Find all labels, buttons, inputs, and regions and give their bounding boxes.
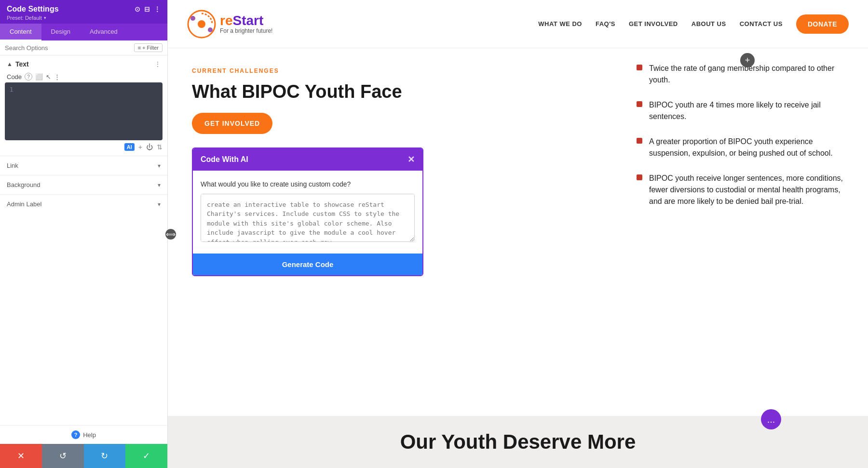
background-section-header[interactable]: Background ▾ <box>0 175 167 194</box>
code-editor[interactable]: 1 <box>5 82 163 140</box>
nav-link-contact-us[interactable]: CONTACT US <box>740 20 783 27</box>
panel-header: Code Settings ⊙ ⊟ ⋮ Preset: Default ▾ <box>0 0 167 24</box>
cancel-button[interactable]: ✕ <box>0 444 42 468</box>
challenges-label: CURRENT CHALLENGES <box>192 67 603 74</box>
stat-bullet-2 <box>637 138 642 144</box>
stat-text-1: BIPOC youth are 4 times more likely to r… <box>649 99 849 122</box>
content-right: + Twice the rate of gang membership comp… <box>627 48 868 416</box>
svg-point-3 <box>208 27 213 32</box>
ai-modal-title: Code With AI <box>201 155 248 164</box>
panel-title-icons: ⊙ ⊟ ⋮ <box>135 5 161 13</box>
filter-button[interactable]: ≡ + Filter <box>134 43 163 52</box>
admin-chevron-icon: ▾ <box>158 201 161 208</box>
section-header-left: ▲ Text <box>7 60 29 68</box>
nav-link-get-involved[interactable]: GET INVOLVED <box>629 20 678 27</box>
resize-handle[interactable]: ⟺ <box>165 229 176 240</box>
link-section: Link ▾ <box>0 156 167 175</box>
nav-link-about-us[interactable]: ABOUT US <box>692 20 726 27</box>
stat-bullet-1 <box>637 101 642 107</box>
settings-icon[interactable]: ⊙ <box>135 5 140 13</box>
nav-links: WHAT WE DO FAQ'S GET INVOLVED ABOUT US C… <box>538 14 849 34</box>
add-circle-button[interactable]: + <box>740 53 755 67</box>
svg-point-2 <box>190 16 195 21</box>
tab-design[interactable]: Design <box>41 24 80 40</box>
admin-label-section-title: Admin Label <box>7 201 41 208</box>
panel-title: Code Settings ⊙ ⊟ ⋮ <box>7 5 161 13</box>
link-section-header[interactable]: Link ▾ <box>0 156 167 175</box>
filter-icon: ≡ <box>138 45 141 51</box>
search-input[interactable] <box>5 44 134 52</box>
generate-code-button[interactable]: Generate Code <box>193 254 422 275</box>
tab-content[interactable]: Content <box>0 24 41 40</box>
stat-item-3: BIPOC youth receive longer sentences, mo… <box>637 173 849 207</box>
chevron-up-icon: ▲ <box>7 61 13 67</box>
code-copy-icon[interactable]: ⬜ <box>35 73 43 80</box>
more-icon[interactable]: ⋮ <box>154 5 161 13</box>
stat-bullet-0 <box>637 65 642 70</box>
stat-item-1: BIPOC youth are 4 times more likely to r… <box>637 99 849 122</box>
panel-title-text: Code Settings <box>7 5 59 13</box>
get-involved-button[interactable]: GET INVOLVED <box>192 113 272 134</box>
right-panel: reStart For a brighter future! WHAT WE D… <box>168 0 868 468</box>
ai-modal: Code With AI ✕ What would you like to cr… <box>192 147 423 276</box>
redo-button[interactable]: ↻ <box>84 444 126 468</box>
link-chevron-icon: ▾ <box>158 162 161 169</box>
code-area-wrapper: Code ? ⬜ ↖ ⋮ 1 AI + ⏻ ⇅ <box>5 71 163 151</box>
bottom-buttons: ✕ ↺ ↻ ✓ <box>0 444 167 468</box>
ai-badge[interactable]: AI <box>124 143 135 151</box>
code-editor-toolbar: AI + ⏻ ⇅ <box>5 143 163 151</box>
code-cursor-icon[interactable]: ↖ <box>46 73 51 80</box>
nav-link-faqs[interactable]: FAQ'S <box>596 20 615 27</box>
ai-modal-close-button[interactable]: ✕ <box>407 154 415 165</box>
add-icon[interactable]: + <box>138 143 142 151</box>
stat-bullet-3 <box>637 174 642 180</box>
arrows-icon[interactable]: ⇅ <box>157 143 163 151</box>
nav-link-what-we-do[interactable]: WHAT WE DO <box>538 20 582 27</box>
nav-logo: reStart For a brighter future! <box>187 10 272 39</box>
save-button[interactable]: ✓ <box>125 444 167 468</box>
background-section: Background ▾ <box>0 175 167 194</box>
section-more-icon[interactable]: ⋮ <box>155 61 161 67</box>
logo-re: re <box>220 13 232 28</box>
ai-modal-textarea[interactable] <box>201 194 415 242</box>
undo-button[interactable]: ↺ <box>42 444 84 468</box>
columns-icon[interactable]: ⊟ <box>144 5 150 13</box>
content-left: CURRENT CHALLENGES What BIPOC Youth Face… <box>168 48 627 416</box>
tab-advanced[interactable]: Advanced <box>80 24 127 40</box>
logo-start: Start <box>232 13 263 28</box>
text-section-title: Text <box>15 60 29 68</box>
site-content: CURRENT CHALLENGES What BIPOC Youth Face… <box>168 48 868 416</box>
help-icon[interactable]: ? <box>71 430 80 439</box>
svg-point-1 <box>198 20 205 28</box>
donate-button[interactable]: DONATE <box>796 14 849 34</box>
admin-label-section-header[interactable]: Admin Label ▾ <box>0 195 167 214</box>
background-section-title: Background <box>7 181 40 188</box>
site-nav: reStart For a brighter future! WHAT WE D… <box>168 0 868 48</box>
help-row: ? Help <box>0 425 167 444</box>
stat-item-2: A greater proportion of BIPOC youth expe… <box>637 136 849 159</box>
panel-bottom: ? Help ✕ ↺ ↻ ✓ <box>0 425 167 468</box>
ai-modal-body: What would you like to create using cust… <box>193 171 422 254</box>
power-icon[interactable]: ⏻ <box>146 143 153 151</box>
code-dots-icon[interactable]: ⋮ <box>54 73 60 80</box>
chevron-down-icon: ▾ <box>44 15 46 20</box>
panel-search: ≡ + Filter <box>0 40 167 55</box>
logo-brand: reStart <box>220 14 272 27</box>
ai-modal-question: What would you like to create using cust… <box>201 180 415 188</box>
section-icons: ⋮ <box>155 61 161 67</box>
text-section-header[interactable]: ▲ Text ⋮ <box>0 55 167 71</box>
code-label: Code <box>7 73 22 80</box>
logo-icon <box>187 10 216 39</box>
bottom-heading: Our Youth Deserve More <box>192 430 844 454</box>
link-section-title: Link <box>7 162 18 169</box>
main-heading: What BIPOC Youth Face <box>192 82 603 102</box>
text-section: ▲ Text ⋮ Code ? ⬜ ↖ ⋮ 1 <box>0 55 167 151</box>
help-label[interactable]: Help <box>83 431 96 439</box>
admin-label-section: Admin Label ▾ <box>0 194 167 214</box>
floating-bubble[interactable]: ... <box>761 409 781 429</box>
ai-modal-header: Code With AI ✕ <box>193 148 422 171</box>
code-help-icon[interactable]: ? <box>25 73 32 80</box>
panel-body: ▲ Text ⋮ Code ? ⬜ ↖ ⋮ 1 <box>0 55 167 468</box>
panel-tabs: Content Design Advanced <box>0 24 167 40</box>
panel-preset[interactable]: Preset: Default ▾ <box>7 15 161 21</box>
